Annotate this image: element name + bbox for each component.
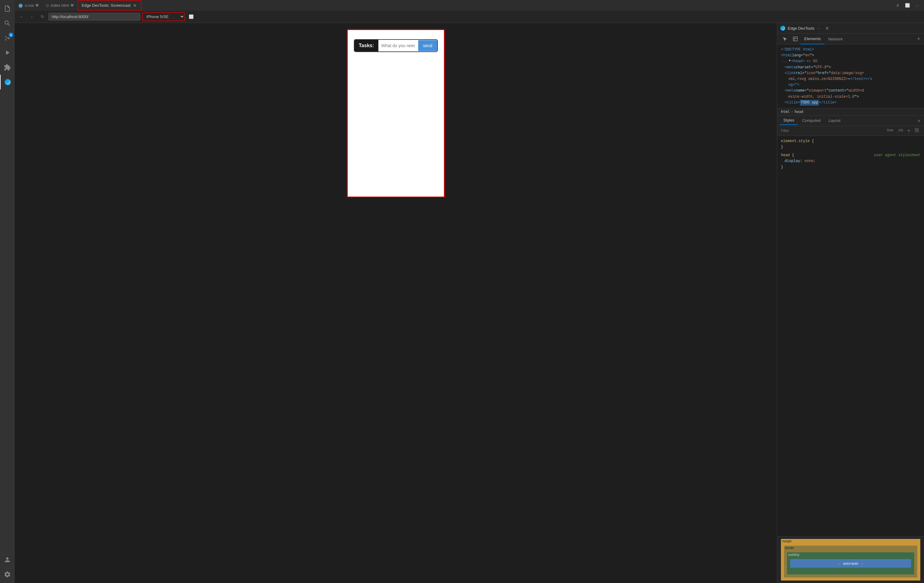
cls-button[interactable]: .cls <box>896 127 904 134</box>
html-line: <!DOCTYPE html> <box>781 47 920 53</box>
html-line[interactable]: <title>TODO app</title> <box>781 100 920 105</box>
toggle-button[interactable]: ⬛ <box>913 127 920 134</box>
border-label: border <box>785 546 794 550</box>
breadcrumb: html › head <box>777 109 924 115</box>
sidebar-item-account[interactable] <box>0 552 15 567</box>
tab-network[interactable]: Network <box>825 34 846 44</box>
tab-inspect-mode[interactable] <box>780 34 790 44</box>
todo-form: Tasks: send <box>354 39 438 52</box>
css-icon: ⬤ <box>18 3 23 8</box>
html-line: <link rel="icon" href="data:image/svg+ <box>781 71 920 76</box>
html-icon: ◇ <box>46 3 49 8</box>
back-button[interactable]: ‹ <box>17 13 26 21</box>
content-dash-right: - <box>861 562 863 565</box>
sidebar-item-run[interactable] <box>0 45 15 60</box>
box-padding: padding - - auto×auto - - <box>787 552 914 575</box>
margin-label: margin <box>782 540 792 543</box>
tab-edge-devtools[interactable]: Edge DevTools: Screencast ✕ <box>78 0 142 11</box>
sidebar-item-source-control[interactable]: 6 <box>0 31 15 45</box>
sidebar-item-explorer[interactable] <box>0 1 15 16</box>
filter-bar: :hov .cls + ⬛ <box>777 126 924 136</box>
source-control-badge: 6 <box>8 33 13 37</box>
border-dash: - <box>850 548 851 551</box>
tab-css-modifier: M <box>36 4 38 7</box>
tab-close-button[interactable]: ✕ <box>132 3 137 8</box>
styles-content: element.style { } head { user agent styl… <box>777 136 924 536</box>
styles-panel-tabs: Styles Computed Layout » <box>777 115 924 126</box>
hov-button[interactable]: :hov <box>885 127 894 134</box>
phone-frame: Tasks: send <box>347 29 445 198</box>
box-border: border - padding - - auto×auto - <box>784 546 917 578</box>
html-line: xml,<svg xmlns…ze=%2290%22>▪</text></s <box>781 76 920 82</box>
todo-input[interactable] <box>378 40 418 51</box>
tab-edge-label: Edge DevTools: Screencast <box>82 3 131 8</box>
html-line[interactable]: ... ▼ <head> == $0 <box>781 58 920 64</box>
forward-button[interactable]: › <box>28 13 36 21</box>
tab-html-label: index.html <box>51 3 69 8</box>
tab-inspect-mode2[interactable] <box>790 34 800 44</box>
devtools-more-button[interactable]: ··· <box>817 26 820 31</box>
box-model: margin - border - padding - - auto×auto <box>781 539 920 581</box>
margin-dash: - <box>850 541 851 544</box>
tab-css[interactable]: ⬤ s.css M <box>15 0 42 11</box>
devtools-header: Edge DevTools ··· ✕ <box>777 23 924 34</box>
style-block-head: head { user agent stylesheet display: no… <box>781 153 920 170</box>
tab-computed[interactable]: Computed <box>799 116 824 125</box>
split-editor-action[interactable]: ⬜ <box>903 1 912 10</box>
todo-label: Tasks: <box>355 40 378 51</box>
html-line: <meta charset="UTF-8"> <box>781 64 920 71</box>
devtools-panel: Edge DevTools ··· ✕ Elements Network + <box>777 23 924 583</box>
hash-action[interactable]: # <box>893 1 902 10</box>
devtools-main-tabs: Elements Network + <box>777 34 924 44</box>
sidebar-item-settings[interactable] <box>0 567 15 582</box>
browser-preview: Tasks: send <box>15 23 777 583</box>
phone-content: Tasks: send <box>348 30 444 197</box>
devtools-add-tab[interactable]: + <box>916 36 922 42</box>
svg-rect-0 <box>793 37 797 41</box>
sidebar-item-search[interactable] <box>0 16 15 31</box>
address-bar: ‹ › ↻ iPhone 5/SE iPhone 6/7/8 iPad Resp… <box>15 11 924 23</box>
main-area: ⬤ s.css M ◇ index.html M Edge DevTools: … <box>15 0 924 583</box>
edge-icon <box>5 79 11 85</box>
content-split: Tasks: send Edge DevTools ··· ✕ <box>15 23 924 583</box>
box-model-section: margin - border - padding - - auto×auto <box>777 536 924 583</box>
device-selector[interactable]: iPhone 5/SE iPhone 6/7/8 iPad Responsive <box>142 12 185 21</box>
devtools-title: Edge DevTools <box>788 26 814 31</box>
add-style-button[interactable]: + <box>906 127 911 134</box>
style-block-element: element.style { } <box>781 138 920 150</box>
rotate-button[interactable]: ⬜ <box>187 13 195 21</box>
tab-bar: ⬤ s.css M ◇ index.html M Edge DevTools: … <box>15 0 924 11</box>
html-line: evice-width, initial-scale=1.0"> <box>781 94 920 100</box>
filter-actions: :hov .cls + ⬛ <box>885 127 920 134</box>
box-content: - auto×auto - <box>790 559 911 568</box>
tab-html-modifier: M <box>71 4 73 7</box>
styles-tab-more[interactable]: » <box>916 117 922 125</box>
filter-input[interactable] <box>781 128 883 133</box>
padding-dash: - <box>850 555 851 558</box>
more-action[interactable]: ··· <box>913 1 922 10</box>
tab-styles[interactable]: Styles <box>780 116 798 125</box>
sidebar-item-extensions[interactable] <box>0 60 15 75</box>
tab-html[interactable]: ◇ index.html M <box>42 0 78 11</box>
sidebar-item-edge[interactable] <box>0 75 15 89</box>
tab-layout[interactable]: Layout <box>825 116 844 125</box>
content-dash-left: - <box>838 562 840 565</box>
tab-actions: # ⬜ ··· <box>893 0 924 11</box>
tab-css-label: s.css <box>25 3 34 8</box>
padding-bottom-dash: - <box>850 569 851 573</box>
tab-elements[interactable]: Elements <box>800 34 825 44</box>
breadcrumb-html[interactable]: html <box>781 110 790 114</box>
html-line: vg>"> <box>781 82 920 88</box>
devtools-close-button[interactable]: ✕ <box>825 25 829 31</box>
todo-send-button[interactable]: send <box>418 40 437 51</box>
breadcrumb-head[interactable]: head <box>794 110 803 114</box>
box-margin: margin - border - padding - - auto×auto <box>781 539 920 581</box>
padding-label: padding <box>788 553 799 557</box>
reload-button[interactable]: ↻ <box>38 13 46 21</box>
devtools-edge-logo <box>780 26 785 31</box>
content-label: auto×auto <box>843 562 858 565</box>
activity-bar: 6 <box>0 0 15 583</box>
html-inspector: <!DOCTYPE html> <html lang="en"> ... ▼ <… <box>777 44 924 109</box>
html-line: <meta name="viewport" content="width=d <box>781 88 920 94</box>
url-input[interactable] <box>48 13 140 20</box>
